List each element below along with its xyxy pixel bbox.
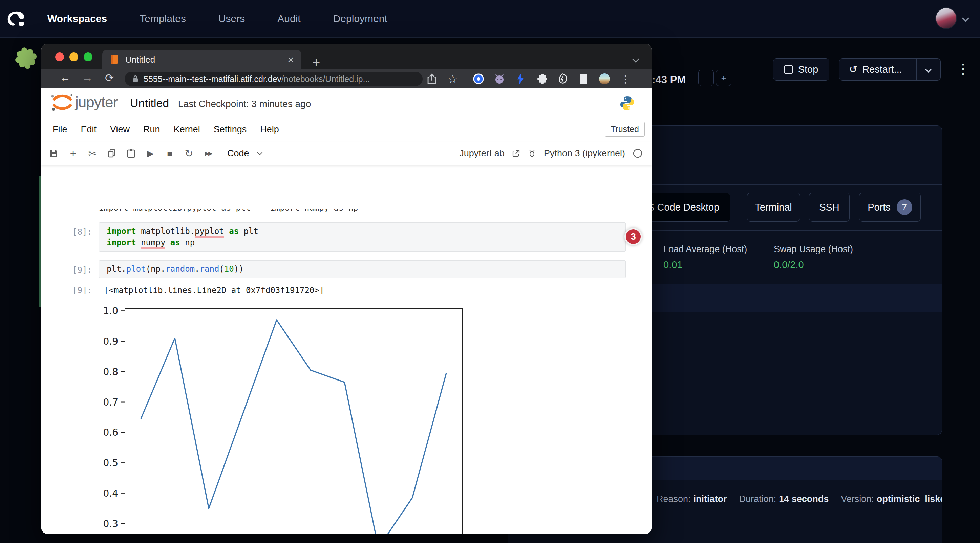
zoom-in-button[interactable]: + [716, 70, 732, 86]
code-token [136, 238, 141, 248]
tab-search-chevron-icon[interactable] [632, 56, 640, 63]
reader-icon[interactable] [577, 72, 590, 86]
browser-tab[interactable]: Untitled × [102, 50, 301, 70]
nav-item-deployment[interactable]: Deployment [333, 13, 387, 24]
jupyterlab-link[interactable]: JupyterLab [459, 148, 504, 159]
save-icon[interactable] [49, 149, 59, 158]
svg-text:0.9: 0.9 [103, 336, 118, 347]
restart-run-all-icon[interactable]: ▶▶ [203, 150, 213, 157]
code-token: import [107, 238, 136, 248]
code-token: numpy [141, 238, 165, 249]
app-button-ssh[interactable]: SSH [809, 193, 850, 222]
trusted-button[interactable]: Trusted [605, 122, 645, 137]
kebab-icon[interactable]: ⋮ [619, 72, 632, 86]
tab-close-icon[interactable]: × [288, 54, 294, 65]
restart-workspace-button[interactable]: ↺ Restart... [839, 58, 941, 81]
tab-title: Untitled [125, 54, 155, 65]
user-avatar[interactable] [936, 8, 956, 29]
menu-file[interactable]: File [52, 124, 67, 135]
notebook-title[interactable]: Untitled [130, 97, 169, 110]
coder-logo-icon[interactable] [5, 8, 26, 29]
cut-icon[interactable]: ✂ [88, 148, 97, 159]
copy-icon[interactable] [107, 149, 117, 158]
svg-text:0.7: 0.7 [103, 397, 118, 408]
nav-item-workspaces[interactable]: Workspaces [48, 13, 107, 24]
jupyter-menubar: FileEditViewRunKernelSettingsHelp Truste… [41, 117, 652, 142]
share-icon[interactable] [425, 72, 438, 86]
github-icon[interactable] [493, 72, 506, 86]
code-cell-9[interactable]: plt.plot(np.random.rand(10)) [99, 260, 626, 278]
kernel-name[interactable]: Python 3 (ipykernel) [544, 148, 625, 159]
paste-icon[interactable] [126, 149, 136, 158]
python-logo-icon [619, 95, 635, 111]
menu-settings[interactable]: Settings [214, 124, 247, 135]
workspace-menu-button[interactable]: ⋮ [956, 57, 970, 80]
code-token: np [180, 238, 195, 248]
jupyter-page: jupyter Untitled Last Checkpoint: 3 minu… [41, 88, 652, 534]
leaf-icon[interactable] [556, 72, 569, 86]
new-tab-button[interactable]: + [312, 56, 320, 70]
app-button-terminal[interactable]: Terminal [747, 193, 800, 222]
puzzle-icon[interactable] [535, 72, 548, 86]
code-token: plot [126, 264, 146, 274]
address-bar[interactable]: 5555--main--test--matifali.atif.cdr.dev/… [125, 72, 423, 86]
code-token: plt [239, 227, 258, 236]
code-cell-8[interactable]: import matplotlib.pyplot as pltimport nu… [99, 222, 626, 251]
cell-type-dropdown[interactable]: Code [227, 148, 262, 159]
bolt-icon[interactable] [514, 72, 527, 86]
cell9-prompt: [9]: [72, 265, 92, 275]
back-button[interactable]: ← [60, 71, 70, 84]
stop-icon[interactable]: ■ [165, 148, 175, 159]
code-token: pyplot [195, 227, 224, 238]
menu-edit[interactable]: Edit [81, 124, 97, 135]
jupyter-logo-icon [49, 92, 74, 113]
url-path: /notebooks/Untitled.ip... [282, 74, 370, 84]
bookmark-star-icon[interactable]: ☆ [446, 72, 459, 86]
code-token: (np. [146, 264, 165, 274]
code-token: rand [200, 264, 220, 274]
svg-text:0.5: 0.5 [103, 457, 118, 468]
stop-workspace-button[interactable]: Stop [773, 58, 829, 81]
menu-items: FileEditViewRunKernelSettingsHelp [52, 117, 279, 142]
reload-button[interactable]: ⟳ [105, 71, 114, 84]
stat-value: 0.01 [663, 259, 747, 270]
output-prompt: [9]: [72, 286, 92, 295]
chevron-down-icon [926, 66, 932, 73]
external-link-icon[interactable] [512, 149, 520, 157]
build-info-row: Reason:initiatorDuration:14 secondsVersi… [657, 494, 942, 505]
user-menu-chevron-icon[interactable] [962, 14, 969, 22]
jupyter-favicon [110, 54, 119, 65]
code-token: as [229, 227, 239, 236]
run-icon[interactable]: ▶ [145, 148, 156, 159]
chevron-down-icon [257, 150, 262, 155]
insert-icon[interactable]: + [68, 147, 78, 160]
menu-kernel[interactable]: Kernel [174, 124, 200, 135]
restart-icon[interactable]: ↻ [184, 148, 194, 159]
screen: WorkspacesTemplatesUsersAuditDeployment … [0, 0, 980, 543]
nav-item-templates[interactable]: Templates [140, 13, 186, 24]
window-minimize-button[interactable] [69, 52, 78, 61]
forward-button[interactable]: → [82, 71, 93, 84]
zoom-out-button[interactable]: − [698, 70, 714, 86]
top-nav-bar: WorkspacesTemplatesUsersAuditDeployment [0, 0, 980, 38]
clipped-cell-remnant: import matplotlib.pyplot as plt import n… [99, 208, 626, 214]
window-close-button[interactable] [55, 52, 64, 61]
menu-view[interactable]: View [110, 124, 130, 135]
code-token: matplotlib. [136, 227, 195, 236]
nav-item-audit[interactable]: Audit [277, 13, 301, 24]
build-field: Duration:14 seconds [739, 494, 829, 505]
onepassword-icon[interactable] [472, 72, 485, 86]
window-maximize-button[interactable] [84, 52, 92, 61]
menu-help[interactable]: Help [260, 124, 279, 135]
restart-main[interactable]: ↺ Restart... [840, 64, 916, 75]
matplotlib-line-chart: 0.20.30.40.50.60.70.80.91.002468 [102, 305, 481, 534]
nav-item-users[interactable]: Users [218, 13, 245, 24]
restart-label: Restart... [862, 64, 902, 75]
profile-icon[interactable] [598, 72, 611, 86]
app-label: Ports [867, 202, 891, 213]
app-button-ports[interactable]: Ports7 [859, 193, 921, 222]
stop-label: Stop [798, 64, 818, 75]
debugger-bug-icon[interactable] [528, 149, 536, 158]
menu-run[interactable]: Run [143, 124, 160, 135]
restart-options-button[interactable] [916, 59, 941, 80]
